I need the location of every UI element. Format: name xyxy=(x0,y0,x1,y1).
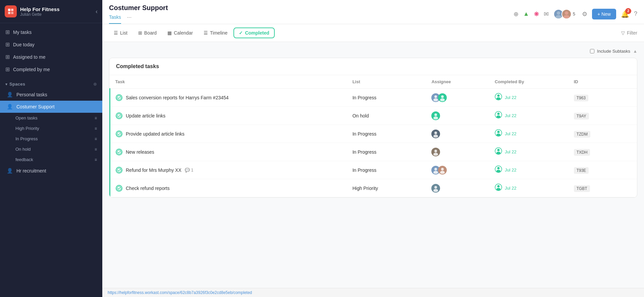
sidebar-item-label: Due today xyxy=(13,42,35,47)
sidebar-subitem-feedback[interactable]: feedback ≡ xyxy=(0,154,102,165)
comment-count: 💬 1 xyxy=(185,168,194,172)
personal-tasks-label: Personal tasks xyxy=(16,92,47,97)
assignee-avatars xyxy=(431,166,484,175)
table-row[interactable]: Sales conversion reports for Harrys Farm… xyxy=(110,89,637,107)
sidebar-item-costumer-support[interactable]: 👤 Costumer Support xyxy=(0,101,102,113)
svg-rect-3 xyxy=(11,12,13,14)
slack-icon[interactable]: ❋ xyxy=(534,10,539,18)
settings-icon[interactable]: ⚙ xyxy=(582,10,587,18)
spaces-section-header[interactable]: ▾ Spaces ⊕ xyxy=(0,78,102,89)
spaces-label: Spaces xyxy=(9,82,93,87)
svg-point-27 xyxy=(496,134,500,136)
svg-point-43 xyxy=(434,186,437,189)
avatar-group: 5 xyxy=(553,9,575,19)
page-title: Costumer Support xyxy=(109,4,508,12)
completed-by-icon xyxy=(495,184,502,193)
sidebar-item-hr-recruitment[interactable]: 👤 Hr recruitment xyxy=(0,165,102,177)
grid-icon: ⊞ xyxy=(5,41,10,48)
table-row[interactable]: New releases In Progress Jul 22 TXDH xyxy=(110,143,637,161)
svg-point-46 xyxy=(497,185,499,188)
menu-icon: ≡ xyxy=(95,157,97,162)
avatar xyxy=(561,9,572,19)
tasks-tab[interactable]: Tasks xyxy=(109,14,121,24)
svg-point-14 xyxy=(497,95,499,97)
notification-badge: 2 xyxy=(625,8,631,14)
menu-icon: ≡ xyxy=(95,126,97,131)
table-row[interactable]: Provide updated article links In Progres… xyxy=(110,125,637,143)
assignee-avatar xyxy=(431,184,440,193)
task-assignee xyxy=(426,143,489,161)
view-tabs: ☰ List ⊞ Board ▦ Calendar ☰ Timeline ✓ C… xyxy=(102,24,644,42)
sidebar-nav: ⊞ My tasks ⊞ Due today ⊞ Assigned to me … xyxy=(0,23,102,78)
google-drive-icon[interactable]: ▲ xyxy=(523,10,529,17)
assignee-avatars xyxy=(431,148,484,156)
svg-point-21 xyxy=(496,115,500,118)
filter-label: Filter xyxy=(627,30,637,36)
active-item-label: Costumer Support xyxy=(16,104,55,109)
tab-timeline[interactable]: ☰ Timeline xyxy=(199,28,232,38)
include-subtasks-checkbox[interactable] xyxy=(590,49,594,53)
scroll-up-icon[interactable]: ▲ xyxy=(633,49,637,54)
add-space-button[interactable]: ⊕ xyxy=(93,82,97,87)
task-id: TXDH xyxy=(569,143,637,161)
table-row[interactable]: Update article links On hold Jul 22 T9AY xyxy=(110,107,637,125)
tab-calendar[interactable]: ▦ Calendar xyxy=(163,28,198,38)
svg-point-12 xyxy=(440,98,445,101)
completed-tasks-header: Completed tasks xyxy=(109,58,637,75)
status-url: https://helpforfitness.workast.com/space… xyxy=(108,290,252,295)
filter-icon: ▽ xyxy=(621,30,625,36)
subitem-label: feedback xyxy=(15,157,33,162)
task-id-badge: T93E xyxy=(574,167,589,174)
task-list: On hold xyxy=(347,107,426,125)
completed-by-icon xyxy=(495,93,502,102)
sidebar-subitem-high-priority[interactable]: High Priority ≡ xyxy=(0,123,102,134)
menu-icon: ≡ xyxy=(95,147,97,152)
email-icon[interactable]: ✉ xyxy=(544,10,549,18)
svg-point-29 xyxy=(434,150,437,152)
sidebar-item-label: Completed by me xyxy=(13,67,50,72)
tab-list[interactable]: ☰ List xyxy=(109,28,132,38)
completed-date: Jul 22 xyxy=(505,131,517,136)
svg-point-10 xyxy=(433,98,438,101)
sidebar-subitem-on-hold[interactable]: On hold ≡ xyxy=(0,144,102,154)
sidebar-collapse-button[interactable]: ‹ xyxy=(96,8,98,15)
task-table: Task List Assignee Completed By ID Sales… xyxy=(109,75,637,197)
table-row[interactable]: Refund for Mrs Murphy XX 💬 1 In Progress… xyxy=(110,161,637,179)
new-button[interactable]: + New xyxy=(592,9,616,19)
task-list: In Progress xyxy=(347,89,426,107)
help-button[interactable]: ? xyxy=(634,10,637,17)
sidebar-item-due-today[interactable]: ⊞ Due today xyxy=(0,38,102,51)
assignee-avatar xyxy=(438,93,447,102)
more-tabs-button[interactable]: ··· xyxy=(125,14,133,24)
task-assignee xyxy=(426,161,489,179)
svg-point-7 xyxy=(564,15,570,18)
person-icon: 👤 xyxy=(7,92,13,98)
task-complete-icon xyxy=(116,94,122,101)
tab-label: Timeline xyxy=(210,30,227,36)
sidebar-subitem-open-tasks[interactable]: Open tasks ≡ xyxy=(0,113,102,123)
sidebar-subitem-in-progress[interactable]: In Progress ≡ xyxy=(0,134,102,144)
tab-label: Calendar xyxy=(174,30,193,36)
task-completed-by: Jul 22 xyxy=(489,161,569,179)
sidebar-item-completed-by-me[interactable]: ⊞ Completed by me xyxy=(0,63,102,76)
sidebar-item-personal-tasks[interactable]: 👤 Personal tasks xyxy=(0,89,102,101)
table-row[interactable]: Check refund reports High Priority Jul 2… xyxy=(110,179,637,197)
tab-board[interactable]: ⊞ Board xyxy=(133,28,161,38)
filter-button[interactable]: ▽ Filter xyxy=(621,30,637,36)
include-subtasks-row: Include Subtasks ▲ xyxy=(109,49,637,54)
add-circle-icon[interactable]: ⊕ xyxy=(514,10,519,18)
completed-date: Jul 22 xyxy=(505,186,517,191)
tab-completed[interactable]: ✓ Completed xyxy=(233,28,274,38)
task-completed-by: Jul 22 xyxy=(489,179,569,197)
menu-icon: ≡ xyxy=(95,116,97,120)
notifications-button[interactable]: 🔔 2 xyxy=(621,10,629,18)
sidebar-item-assigned-to-me[interactable]: ⊞ Assigned to me xyxy=(0,51,102,63)
sidebar-item-my-tasks[interactable]: ⊞ My tasks xyxy=(0,26,102,38)
svg-point-40 xyxy=(497,167,499,169)
task-name: Sales conversion reports for Harrys Farm… xyxy=(126,95,229,100)
task-name: Update article links xyxy=(126,113,165,118)
sidebar-header: Help For Fitness Julián Gette ‹ xyxy=(0,0,102,23)
top-header: Costumer Support Tasks ··· ⊕ ▲ ❋ ✉ 5 ⚙ +… xyxy=(102,0,644,24)
content-area: Include Subtasks ▲ Completed tasks Task … xyxy=(102,42,644,288)
task-assignee xyxy=(426,89,489,107)
